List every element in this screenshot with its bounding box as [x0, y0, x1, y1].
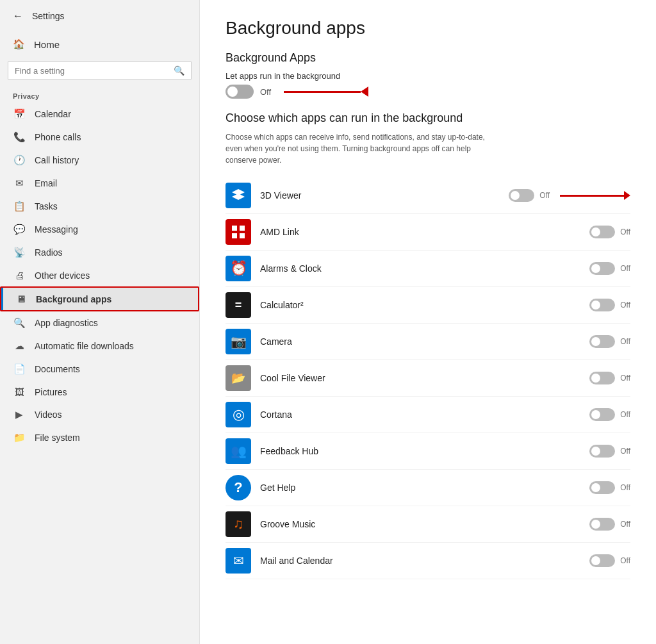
app-icon-3d-viewer — [226, 183, 251, 208]
sidebar-item-label: Calendar — [35, 109, 71, 119]
page-title: Background apps — [226, 18, 630, 38]
arrow-annotation-3dviewer — [560, 191, 630, 200]
sidebar-item-messaging[interactable]: 💬 Messaging — [0, 218, 199, 241]
sidebar-item-label: Messaging — [35, 224, 78, 235]
app-toggle-area: Off — [589, 554, 630, 567]
app-name-groove-music: Groove Music — [260, 519, 589, 529]
sidebar-item-label: App diagnostics — [35, 318, 98, 328]
background-apps-main-toggle[interactable] — [226, 85, 254, 99]
toggle-camera[interactable] — [589, 335, 615, 348]
toggle-get-help-label: Off — [620, 483, 630, 492]
toggle-get-help[interactable] — [589, 481, 615, 494]
home-icon: 🏠 — [13, 38, 25, 50]
back-button[interactable]: ← — [10, 8, 26, 24]
app-row: ? Get Help Off — [226, 470, 630, 506]
sidebar-item-phone-calls[interactable]: 📞 Phone calls — [0, 126, 199, 149]
sidebar-item-calendar[interactable]: 📅 Calendar — [0, 103, 199, 126]
app-name-3d-viewer: 3D Viewer — [260, 190, 509, 201]
app-name-camera: Camera — [260, 336, 589, 347]
app-icon-amd-link — [226, 219, 251, 245]
toggle-amd-link-label: Off — [620, 227, 630, 236]
svg-rect-2 — [232, 233, 237, 238]
sidebar-item-other-devices[interactable]: 🖨 Other devices — [0, 264, 199, 286]
app-toggle-area: Off — [589, 518, 630, 531]
email-icon: ✉ — [13, 178, 26, 189]
sidebar-item-label: Documents — [35, 364, 80, 374]
toggle-calculator-label: Off — [620, 301, 630, 310]
sidebar-item-label: Other devices — [35, 270, 90, 281]
toggle-alarms[interactable] — [589, 262, 615, 275]
sidebar-item-email[interactable]: ✉ Email — [0, 172, 199, 195]
call-history-icon: 🕐 — [13, 154, 26, 166]
background-apps-icon: 🖥 — [14, 293, 27, 304]
app-row: 3D Viewer Off — [226, 178, 630, 214]
sidebar-item-pictures[interactable]: 🖼 Pictures — [0, 381, 199, 403]
sidebar-item-app-diagnostics[interactable]: 🔍 App diagnostics — [0, 311, 199, 334]
sidebar-item-label: Call history — [35, 155, 79, 165]
svg-rect-1 — [240, 226, 245, 231]
search-box[interactable]: 🔍 — [8, 62, 192, 79]
app-icon-groove-music: ♫ — [226, 511, 251, 537]
toggle-cool-file-viewer-label: Off — [620, 374, 630, 383]
sidebar-item-videos[interactable]: ▶ Videos — [0, 403, 199, 426]
app-toggle-area: Off — [589, 226, 630, 238]
toggle-calculator[interactable] — [589, 299, 615, 311]
messaging-icon: 💬 — [13, 224, 26, 235]
sidebar-item-auto-file-downloads[interactable]: ☁ Automatic file downloads — [0, 334, 199, 358]
arrow-annotation-main — [284, 87, 368, 97]
app-icon-camera: 📷 — [226, 329, 251, 354]
toggle-cool-file-viewer[interactable] — [589, 372, 615, 384]
app-row: ◎ Cortana Off — [226, 397, 630, 433]
sidebar-item-file-system[interactable]: 📁 File system — [0, 426, 199, 449]
other-devices-icon: 🖨 — [13, 270, 26, 281]
sidebar-item-call-history[interactable]: 🕐 Call history — [0, 149, 199, 172]
sidebar-item-label: Automatic file downloads — [35, 341, 134, 351]
sidebar-item-label: Videos — [35, 409, 62, 420]
toggle-amd-link[interactable] — [589, 226, 615, 238]
toggle-3d-viewer[interactable] — [509, 189, 534, 202]
toggle-desc: Let apps run in the background — [226, 71, 630, 81]
section1-title: Background Apps — [226, 51, 630, 65]
app-icon-cortana: ◎ — [226, 402, 251, 427]
toggle-cortana[interactable] — [589, 408, 615, 421]
toggle-3d-viewer-label: Off — [539, 191, 550, 200]
toggle-mail-calendar[interactable] — [589, 554, 615, 567]
toggle-feedback-hub-label: Off — [620, 447, 630, 456]
sidebar-item-label: Pictures — [35, 387, 67, 397]
svg-rect-3 — [240, 233, 245, 238]
sidebar-item-documents[interactable]: 📄 Documents — [0, 358, 199, 381]
sidebar-item-background-apps[interactable]: 🖥 Background apps — [0, 286, 199, 311]
sidebar-item-label: Tasks — [35, 201, 58, 211]
toggle-groove-music-label: Off — [620, 520, 630, 529]
sidebar-item-tasks[interactable]: 📋 Tasks — [0, 195, 199, 218]
sidebar-header: ← Settings — [0, 0, 199, 32]
pictures-icon: 🖼 — [13, 386, 26, 397]
videos-icon: ▶ — [13, 409, 26, 420]
privacy-section-label: Privacy — [0, 87, 199, 103]
sidebar-item-label: Phone calls — [35, 132, 81, 142]
app-icon-mail-calendar: ✉ — [226, 548, 251, 574]
sidebar-item-radios[interactable]: 📡 Radios — [0, 241, 199, 264]
file-system-icon: 📁 — [13, 432, 26, 443]
app-row: ♫ Groove Music Off — [226, 506, 630, 543]
app-name-feedback-hub: Feedback Hub — [260, 446, 589, 456]
tasks-icon: 📋 — [13, 201, 26, 212]
app-name-mail-calendar: Mail and Calendar — [260, 556, 589, 566]
sidebar-item-label: Radios — [35, 247, 63, 258]
arrow-tip — [361, 87, 368, 97]
app-toggle-area: Off — [589, 445, 630, 458]
documents-icon: 📄 — [13, 363, 26, 375]
section2-title: Choose which apps can run in the backgro… — [226, 111, 630, 125]
app-toggle-area: Off — [589, 335, 630, 348]
home-nav-item[interactable]: 🏠 Home — [0, 32, 199, 56]
toggle-groove-music[interactable] — [589, 518, 615, 531]
sidebar-item-label: Background apps — [36, 294, 111, 304]
app-toggle-area: Off — [509, 189, 630, 202]
app-toggle-area: Off — [589, 408, 630, 421]
search-input[interactable] — [15, 66, 168, 76]
app-icon-calculator: = — [226, 292, 251, 318]
toggle-feedback-hub[interactable] — [589, 445, 615, 458]
arrow-line — [284, 91, 361, 93]
app-name-alarms: Alarms & Clock — [260, 263, 589, 274]
app-row: ⏰ Alarms & Clock Off — [226, 251, 630, 287]
